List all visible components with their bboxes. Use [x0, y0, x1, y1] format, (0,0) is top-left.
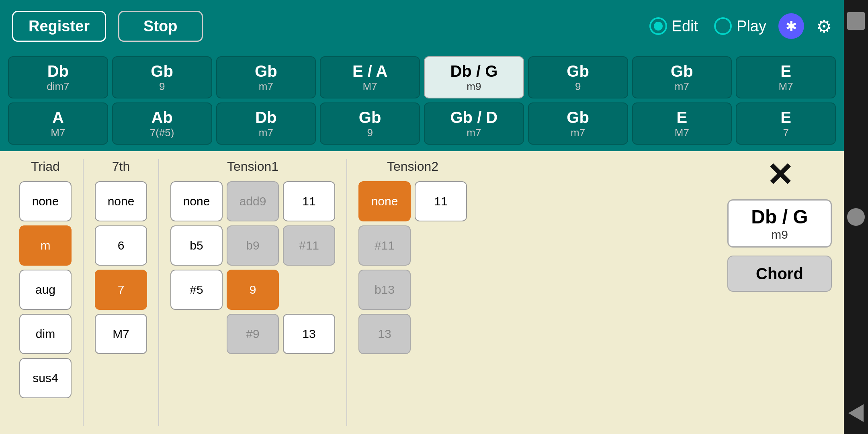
tension1-title: Tension1 [227, 159, 278, 174]
triad-btn-1[interactable]: m [19, 225, 72, 266]
side-square-button[interactable] [847, 12, 865, 30]
tension1-btn-0-1[interactable]: b5 [170, 225, 223, 266]
chord-cell-0-0[interactable]: Dbdim7 [8, 56, 108, 98]
triad-btn-2[interactable]: aug [19, 270, 72, 310]
top-bar: Register Stop Edit Play ✱ ⚙ [0, 0, 844, 52]
stop-button[interactable]: Stop [118, 11, 203, 42]
chord-display-quality: m9 [771, 228, 788, 242]
chord-cell-0-4[interactable]: Db / Gm9 [424, 56, 524, 98]
divider-1 [83, 159, 84, 426]
tension1-btn-1-2[interactable]: 9 [227, 270, 279, 310]
play-radio [714, 17, 732, 35]
triad-btn-0[interactable]: none [19, 181, 72, 221]
chord-row-2: AM7Ab7(#5)Dbm7Gb9Gb / Dm7Gbm7EM7E7 [8, 102, 836, 145]
chord-display-root: Db / G [751, 206, 808, 228]
triad-section: Triad nonemaugdimsus4 [12, 159, 79, 426]
tension2-btn-0-2[interactable]: b13 [358, 270, 411, 310]
triad-btn-3[interactable]: dim [19, 314, 72, 354]
tension1-btn-1-3[interactable]: #9 [227, 314, 279, 354]
tension1-grid: noneb5#5add9b99#911#1113 [170, 181, 335, 354]
tension1-btn-0-0[interactable]: none [170, 181, 223, 221]
divider-2 [158, 159, 159, 426]
play-label: Play [737, 18, 766, 35]
edit-radio [649, 17, 667, 35]
chord-cell-0-6[interactable]: Gbm7 [632, 56, 732, 98]
chord-cell-0-5[interactable]: Gb9 [528, 56, 628, 98]
side-triangle-button[interactable] [848, 404, 864, 422]
edit-label: Edit [672, 18, 698, 35]
editor-area: Triad nonemaugdimsus4 7th none67M7 Tensi… [0, 151, 844, 434]
seventh-btn-0[interactable]: none [95, 181, 147, 221]
tension2-btn-0-0[interactable]: none [358, 181, 411, 221]
tension2-section: Tension2 none#11b131311 [351, 159, 474, 426]
right-panel: ✕ Db / G m9 Chord [715, 159, 832, 426]
bluetooth-icon: ✱ [786, 18, 797, 34]
chord-cell-1-1[interactable]: Ab7(#5) [112, 102, 212, 145]
seventh-btn-1[interactable]: 6 [95, 225, 147, 266]
tension1-btn-2-1[interactable]: #11 [283, 225, 335, 266]
divider-3 [346, 159, 347, 426]
tension2-btn-0-1[interactable]: #11 [358, 225, 411, 266]
tension1-col-0: noneb5#5 [170, 181, 223, 354]
side-bar [844, 0, 868, 434]
tension1-btn-1-1[interactable]: b9 [227, 225, 279, 266]
chord-cell-0-2[interactable]: Gbm7 [216, 56, 316, 98]
tension2-btn-1-0[interactable]: 11 [415, 181, 467, 221]
tension2-col-1: 11 [415, 181, 467, 354]
bluetooth-button[interactable]: ✱ [778, 13, 804, 39]
chord-cell-1-5[interactable]: Gbm7 [528, 102, 628, 145]
chord-cell-0-1[interactable]: Gb9 [112, 56, 212, 98]
chord-cell-0-7[interactable]: EM7 [736, 56, 836, 98]
tension2-btn-0-3[interactable]: 13 [358, 314, 411, 354]
chord-grid: Dbdim7Gb9Gbm7E / AM7Db / Gm9Gb9Gbm7EM7 A… [0, 52, 844, 151]
chord-row-1: Dbdim7Gb9Gbm7E / AM7Db / Gm9Gb9Gbm7EM7 [8, 56, 836, 98]
triad-grid: nonemaugdimsus4 [19, 181, 72, 398]
chord-cell-0-3[interactable]: E / AM7 [320, 56, 420, 98]
seventh-btn-3[interactable]: M7 [95, 314, 147, 354]
seventh-btn-2[interactable]: 7 [95, 270, 147, 310]
tension1-col-2: 11#1113 [283, 181, 335, 354]
tension1-section: Tension1 noneb5#5add9b99#911#1113 [163, 159, 342, 426]
close-button[interactable]: ✕ [766, 159, 793, 191]
register-button[interactable]: Register [12, 11, 106, 42]
tension2-col-0: none#11b1313 [358, 181, 411, 354]
chord-cell-1-6[interactable]: EM7 [632, 102, 732, 145]
tension1-btn-1-0[interactable]: add9 [227, 181, 279, 221]
chord-button[interactable]: Chord [727, 256, 832, 292]
triad-title: Triad [31, 159, 60, 174]
chord-cell-1-3[interactable]: Gb9 [320, 102, 420, 145]
seventh-title: 7th [112, 159, 130, 174]
seventh-section: 7th none67M7 [88, 159, 154, 426]
chord-cell-1-4[interactable]: Gb / Dm7 [424, 102, 524, 145]
tension2-grid: none#11b131311 [358, 181, 467, 354]
seventh-grid: none67M7 [95, 181, 147, 354]
tension1-col-1: add9b99#9 [227, 181, 279, 354]
tension1-btn-2-0[interactable]: 11 [283, 181, 335, 221]
triad-btn-4[interactable]: sus4 [19, 358, 72, 398]
tension2-title: Tension2 [387, 159, 438, 174]
tension1-btn-0-2[interactable]: #5 [170, 270, 223, 310]
chord-cell-1-7[interactable]: E7 [736, 102, 836, 145]
tension1-btn-2-3[interactable]: 13 [283, 314, 335, 354]
edit-mode-option[interactable]: Edit [649, 17, 698, 35]
chord-cell-1-0[interactable]: AM7 [8, 102, 108, 145]
gear-icon: ⚙ [816, 16, 832, 36]
side-circle-button[interactable] [847, 208, 865, 226]
chord-cell-1-2[interactable]: Dbm7 [216, 102, 316, 145]
play-mode-option[interactable]: Play [714, 17, 766, 35]
mode-group: Edit Play [649, 17, 766, 35]
settings-button[interactable]: ⚙ [816, 16, 832, 37]
chord-display: Db / G m9 [727, 199, 832, 248]
